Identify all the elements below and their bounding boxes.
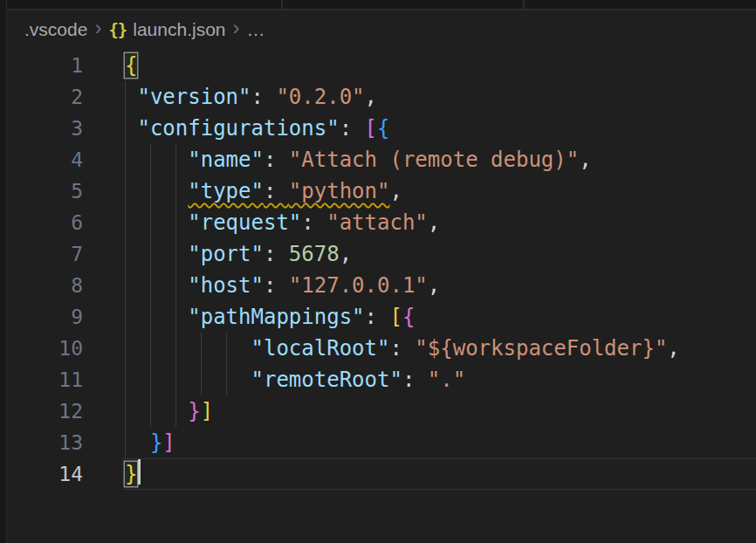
- code-text: {: [83, 50, 137, 81]
- code-text: "request": "attach",: [83, 207, 440, 238]
- code-line[interactable]: 7 "port": 5678,: [7, 238, 756, 270]
- code-line[interactable]: 2 "version": "0.2.0",: [7, 81, 756, 113]
- code-line[interactable]: 4 "name": "Attach (remote debug)",: [7, 144, 756, 175]
- code-token: :: [264, 273, 289, 298]
- code-line[interactable]: 12 }]: [7, 395, 756, 427]
- breadcrumb-file[interactable]: launch.json: [133, 19, 225, 40]
- line-number[interactable]: 11: [7, 364, 83, 395]
- code-token: ]: [201, 399, 213, 423]
- line-number[interactable]: 14: [7, 458, 83, 490]
- code-text: "host": "127.0.0.1",: [83, 270, 440, 301]
- code-text: "version": "0.2.0",: [83, 81, 377, 113]
- code-text: "localRoot": "${workspaceFolder}",: [83, 333, 680, 364]
- code-line[interactable]: 9 "pathMappings": [{: [7, 301, 756, 333]
- code-text: "remoteRoot": ".": [83, 364, 465, 395]
- tab-divider: [281, 0, 283, 9]
- code-token: "name": [188, 148, 264, 172]
- code-line[interactable]: 1{: [7, 50, 756, 81]
- vscode-window: .vscode › {} launch.json › … 1{2 "versio…: [0, 0, 756, 543]
- line-number[interactable]: 3: [7, 113, 83, 144]
- code-token: ]: [162, 430, 175, 455]
- code-line[interactable]: 8 "host": "127.0.0.1",: [7, 270, 756, 301]
- code-text: "type": "python",: [83, 175, 402, 207]
- code-line[interactable]: 13 }]: [7, 427, 756, 458]
- indent-guide: [150, 144, 151, 427]
- code-line[interactable]: 6 "request": "attach",: [7, 207, 756, 238]
- line-number[interactable]: 7: [7, 238, 83, 270]
- chevron-right-icon: ›: [87, 16, 108, 40]
- editor-lines: 1{2 "version": "0.2.0",3 "configurations…: [7, 50, 756, 490]
- code-token: :: [251, 85, 277, 109]
- code-token: "Attach (remote debug)": [289, 148, 579, 172]
- code-text: "pathMappings": [{: [83, 301, 415, 333]
- code-token: "localRoot": [251, 336, 390, 361]
- code-line[interactable]: 11 "remoteRoot": ".": [7, 364, 756, 395]
- code-token: ,: [428, 273, 440, 298]
- code-text: }]: [83, 395, 213, 427]
- code-token: "attach": [326, 210, 428, 235]
- code-line[interactable]: 5 "type": "python",: [7, 175, 756, 207]
- line-number[interactable]: 9: [7, 301, 83, 333]
- code-token: :: [264, 148, 289, 172]
- code-token: }: [150, 430, 162, 455]
- text-cursor: [138, 458, 141, 485]
- code-token: "configurations": [137, 116, 339, 141]
- code-token: "0.2.0": [276, 85, 364, 109]
- code-token: "pathMappings": [188, 305, 364, 329]
- code-token: :: [389, 336, 415, 361]
- warning-squiggle: "type": "python": [188, 179, 389, 203]
- line-number[interactable]: 1: [7, 50, 83, 81]
- code-token: ".": [428, 368, 465, 392]
- code-token: {: [377, 116, 389, 141]
- bracket-match: }: [125, 462, 137, 486]
- code-text: }: [83, 458, 141, 490]
- line-number[interactable]: 10: [7, 333, 83, 364]
- line-number[interactable]: 5: [7, 175, 83, 207]
- tab-bar-edge: [7, 0, 756, 10]
- code-token: ,: [340, 242, 352, 266]
- code-token: {: [402, 305, 415, 329]
- bracket-match: {: [125, 53, 137, 78]
- code-token: "python": [289, 179, 390, 203]
- line-number[interactable]: 2: [7, 81, 83, 113]
- line-number[interactable]: 12: [7, 395, 83, 427]
- code-text: }]: [83, 427, 175, 458]
- line-number[interactable]: 6: [7, 207, 83, 238]
- code-token: "host": [188, 273, 264, 298]
- indent-guide: [125, 81, 126, 458]
- code-token: ,: [389, 179, 402, 203]
- editor-code-area[interactable]: 1{2 "version": "0.2.0",3 "configurations…: [7, 50, 756, 543]
- code-text: "port": 5678,: [83, 238, 352, 270]
- code-token: "remoteRoot": [251, 368, 402, 392]
- code-token: [: [365, 116, 377, 141]
- code-text: "name": "Attach (remote debug)",: [83, 144, 592, 175]
- code-token: ,: [667, 336, 679, 361]
- code-token: "${workspaceFolder}": [415, 336, 667, 361]
- code-token: :: [402, 368, 428, 392]
- code-token: }: [188, 399, 200, 423]
- line-number[interactable]: 4: [7, 144, 83, 175]
- code-token: ,: [428, 210, 440, 235]
- code-token: :: [365, 305, 390, 329]
- chevron-right-icon: ›: [226, 16, 247, 40]
- indent-guide: [201, 333, 202, 395]
- code-token: :: [340, 116, 365, 141]
- code-text: "configurations": [{: [83, 113, 389, 144]
- breadcrumb-folder[interactable]: .vscode: [24, 19, 87, 40]
- json-file-icon: {}: [108, 20, 127, 39]
- code-token: :: [264, 179, 289, 203]
- code-line[interactable]: 10 "localRoot": "${workspaceFolder}",: [7, 333, 756, 364]
- code-token: "version": [137, 85, 251, 109]
- line-number[interactable]: 13: [7, 427, 83, 458]
- code-token: "port": [188, 242, 264, 266]
- code-token: :: [301, 210, 326, 235]
- code-token: [: [389, 305, 402, 329]
- tab-divider: [523, 0, 525, 9]
- breadcrumb-symbol-picker[interactable]: …: [247, 19, 265, 40]
- line-number[interactable]: 8: [7, 270, 83, 301]
- code-line[interactable]: 14}: [7, 458, 756, 490]
- breadcrumb: .vscode › {} launch.json › …: [7, 10, 756, 49]
- code-line[interactable]: 3 "configurations": [{: [7, 113, 756, 144]
- code-token: ,: [579, 148, 591, 172]
- indent-guide: [226, 333, 227, 395]
